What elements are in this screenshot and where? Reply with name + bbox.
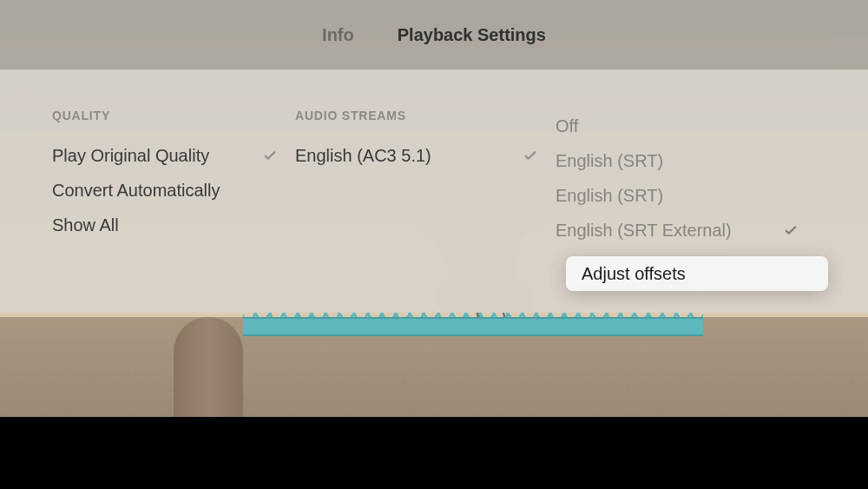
bg-pillar bbox=[174, 317, 243, 417]
option-label: English (AC3 5.1) bbox=[295, 146, 431, 166]
audio-header: AUDIO STREAMS bbox=[295, 109, 556, 122]
checkmark-icon bbox=[262, 148, 278, 163]
header-tabs: Info Playback Settings bbox=[0, 0, 868, 69]
quality-option-play-original[interactable]: Play Original Quality bbox=[52, 138, 295, 173]
quality-option-convert-auto[interactable]: Convert Automatically bbox=[52, 173, 295, 208]
letterbox-bottom bbox=[0, 417, 868, 489]
tab-playback-settings[interactable]: Playback Settings bbox=[398, 25, 546, 45]
quality-option-show-all[interactable]: Show All bbox=[52, 208, 295, 242]
option-label: English (SRT) bbox=[556, 151, 663, 171]
checkmark-icon bbox=[783, 222, 799, 238]
option-label: Convert Automatically bbox=[52, 181, 220, 201]
option-label: Show All bbox=[52, 215, 119, 235]
option-label: English (SRT External) bbox=[556, 221, 732, 241]
option-label: English (SRT) bbox=[556, 186, 663, 206]
quality-column: QUALITY Play Original Quality Convert Au… bbox=[52, 109, 295, 287]
option-label: Off bbox=[556, 116, 578, 136]
subtitle-option-english-srt-2[interactable]: English (SRT) bbox=[556, 178, 816, 213]
option-label: Play Original Quality bbox=[52, 146, 209, 166]
tab-info[interactable]: Info bbox=[322, 25, 354, 45]
subtitle-option-english-srt-external[interactable]: English (SRT External) bbox=[556, 213, 816, 248]
audio-column: AUDIO STREAMS English (AC3 5.1) bbox=[295, 109, 556, 287]
quality-header: QUALITY bbox=[52, 109, 295, 122]
audio-option-english-ac3[interactable]: English (AC3 5.1) bbox=[295, 138, 556, 173]
bg-bridge bbox=[243, 317, 703, 336]
adjust-offsets-button[interactable]: Adjust offsets bbox=[566, 256, 828, 291]
subtitle-option-english-srt-1[interactable]: English (SRT) bbox=[556, 143, 816, 178]
checkmark-icon bbox=[523, 148, 538, 163]
subtitle-option-off[interactable]: Off bbox=[556, 109, 816, 143]
option-label: Adjust offsets bbox=[582, 264, 686, 284]
